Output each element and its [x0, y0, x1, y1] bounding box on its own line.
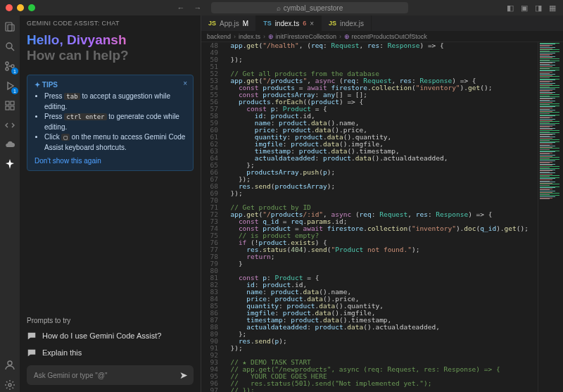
chat-icon — [27, 331, 37, 341]
extensions-icon[interactable] — [3, 99, 17, 113]
prompt-suggestion[interactable]: Explain this — [20, 344, 201, 361]
svg-rect-11 — [11, 106, 14, 110]
settings-gear-icon[interactable] — [3, 378, 17, 392]
close-window[interactable] — [6, 4, 13, 11]
close-icon[interactable]: × — [183, 80, 187, 87]
greeting: Hello, Divyansh How can I help? — [20, 30, 201, 70]
tips-item: Press tab to accept a suggestion while e… — [44, 91, 186, 112]
chat-icon — [27, 348, 37, 358]
panel-title: GEMINI CODE ASSIST: CHAT — [20, 15, 201, 30]
breadcrumb[interactable]: backend›index.ts›⊕ initFirestoreCollecti… — [201, 31, 563, 42]
svg-point-12 — [8, 361, 12, 365]
command-center[interactable]: ⌕cymbal_superstore — [211, 2, 408, 13]
layout-sidebar-left-icon[interactable]: ◧ — [505, 3, 515, 13]
editor-tabs: JSApp.jsMTSindex.ts6×JSindex.js — [201, 15, 563, 31]
svg-point-5 — [6, 68, 8, 70]
send-icon[interactable]: ➤ — [179, 369, 188, 381]
activity-bar: 1 1 — [0, 15, 20, 392]
svg-line-3 — [11, 48, 14, 51]
tips-box: × ✦ TIPS Press tab to accept a suggestio… — [27, 75, 194, 171]
cloud-code-icon[interactable] — [3, 118, 17, 132]
svg-rect-10 — [6, 106, 9, 110]
editor-tab[interactable]: TSindex.ts6× — [256, 15, 322, 31]
tips-item: Click ▢ on the menu to access Gemini Cod… — [44, 132, 186, 153]
filetype-icon: JS — [329, 20, 336, 27]
source-control-icon[interactable]: 1 — [3, 59, 17, 73]
editor-tab[interactable]: JSindex.js — [322, 15, 372, 31]
nav-back-icon[interactable]: ← — [176, 3, 186, 13]
nav-forward-icon[interactable]: → — [193, 3, 203, 13]
scm-badge: 1 — [11, 68, 18, 75]
breadcrumb-segment[interactable]: ⊕ recentProductsOutOfStock — [344, 33, 427, 40]
prompt-suggestion[interactable]: How do I use Gemini Code Assist? — [20, 327, 201, 344]
gemini-icon[interactable] — [3, 158, 17, 172]
tips-title: ✦ TIPS — [34, 81, 186, 89]
line-numbers: 48 49 50 51 52 53 54 55 56 57 58 59 60 6… — [201, 42, 222, 392]
minimize-window[interactable] — [17, 4, 24, 11]
editor-tab[interactable]: JSApp.jsM — [201, 15, 256, 31]
svg-rect-1 — [8, 25, 14, 31]
gemini-chat-panel: GEMINI CODE ASSIST: CHAT Hello, Divyansh… — [20, 15, 201, 392]
minimap[interactable] — [538, 42, 563, 392]
run-debug-icon[interactable]: 1 — [3, 79, 17, 93]
tips-list: Press tab to accept a suggestion while e… — [34, 91, 186, 153]
greeting-hello: Hello, Divyansh — [27, 32, 194, 48]
search-icon[interactable] — [3, 39, 17, 53]
breadcrumb-segment[interactable]: index.ts — [239, 33, 260, 40]
error-count: 6 — [303, 20, 306, 27]
code-editor[interactable]: 48 49 50 51 52 53 54 55 56 57 58 59 60 6… — [201, 42, 563, 392]
filetype-icon: JS — [208, 20, 216, 27]
svg-rect-9 — [11, 101, 14, 105]
breadcrumb-segment[interactable]: backend — [207, 33, 231, 40]
svg-point-2 — [6, 43, 12, 49]
debug-badge: 1 — [11, 87, 18, 94]
titlebar: ← → ⌕cymbal_superstore ◧ ▣ ◨ ▦ — [0, 0, 563, 15]
layout-customize-icon[interactable]: ▦ — [548, 3, 557, 13]
cloud-icon[interactable] — [3, 138, 17, 152]
explorer-icon[interactable] — [3, 20, 17, 34]
svg-point-13 — [8, 384, 11, 386]
layout-sidebar-right-icon[interactable]: ◨ — [533, 3, 543, 13]
layout-panel-icon[interactable]: ▣ — [519, 3, 529, 13]
close-tab-icon[interactable]: × — [310, 20, 314, 27]
maximize-window[interactable] — [28, 4, 35, 11]
tips-dismiss-link[interactable]: Don't show this again — [34, 157, 186, 165]
chat-input[interactable]: Ask Gemini or type "@" ➤ — [27, 365, 194, 385]
filetype-icon: TS — [263, 20, 272, 27]
tips-item: Press ctrl enter to generate code while … — [44, 112, 186, 132]
greeting-help: How can I help? — [27, 48, 194, 63]
svg-rect-8 — [6, 101, 9, 105]
account-icon[interactable] — [3, 358, 17, 372]
nav-arrows: ← → — [176, 3, 203, 13]
modified-indicator: M — [243, 20, 248, 27]
editor-area: JSApp.jsMTSindex.ts6×JSindex.js backend›… — [201, 15, 563, 392]
svg-rect-0 — [6, 23, 12, 31]
window-controls — [6, 4, 35, 11]
breadcrumb-segment[interactable]: ⊕ initFirestoreCollection — [268, 33, 336, 40]
code-content[interactable]: app.get("/health", (req: Request, res: R… — [222, 42, 529, 392]
svg-point-4 — [6, 62, 8, 65]
prompts-label: Prompts to try — [20, 317, 201, 327]
